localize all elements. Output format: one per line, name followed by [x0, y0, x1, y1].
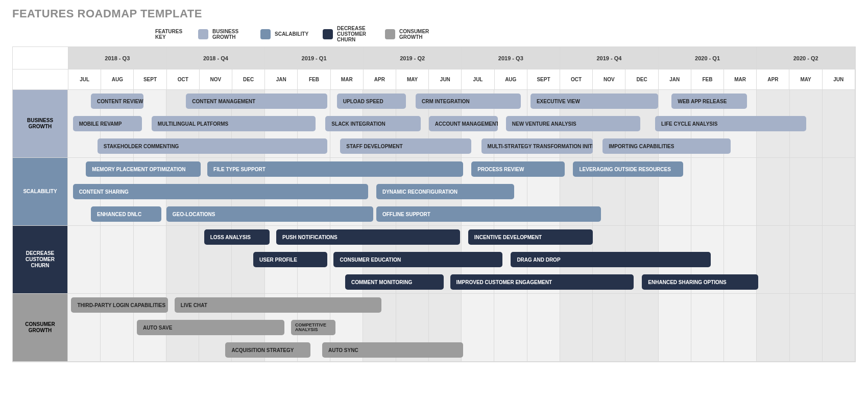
feature-bar: ACQUISITION STRATEGY [225, 342, 310, 358]
legend-item: DECREASE CUSTOMER CHURN [323, 26, 373, 42]
lane: MEMORY PLACEMENT OPTIMIZATIONFILE TYPE S… [68, 158, 855, 180]
month-header: NOV [593, 69, 625, 90]
month-header: MAY [396, 69, 429, 90]
month-header: SEPT [134, 69, 166, 90]
quarter-header: 2020 - Q1 [659, 47, 757, 69]
month-header: FEB [298, 69, 330, 90]
lane: LOSS ANALYSISPUSH NOTIFICATIONSINCENTIVE… [68, 226, 855, 248]
legend-item: BUSINESS GROWTH [198, 26, 248, 42]
feature-bar: COMMENT MONITORING [345, 274, 444, 290]
group-label: DECREASE CUSTOMER CHURN [13, 226, 68, 294]
feature-bar: OFFLINE SUPPORT [376, 206, 601, 222]
month-header: APR [364, 69, 396, 90]
legend-item-label: CONSUMER GROWTH [399, 29, 435, 40]
feature-bar: CRM INTEGRATION [416, 94, 521, 109]
feature-bar: INCENTIVE DEVELOPMENT [468, 229, 593, 245]
month-header: MAR [331, 69, 364, 90]
quarter-header: 2018 - Q4 [167, 47, 266, 69]
lane: AUTO SAVECOMPETITIVE ANALYSIS [68, 316, 855, 339]
feature-bar: CONSUMER EDUCATION [333, 252, 502, 267]
group-label: SCALABILITY [13, 158, 68, 226]
month-header: AUG [495, 69, 527, 90]
quarter-header: 2019 - Q2 [364, 47, 462, 69]
swimlane-group: BUSINESS GROWTHCONTENT REVIEWCONTENT MAN… [13, 90, 855, 158]
month-header: JUL [68, 69, 101, 90]
quarter-header: 2019 - Q4 [560, 47, 659, 69]
feature-bar: STAFF DEVELOPMENT [340, 138, 471, 154]
feature-bar: WEB APP RELEASE [671, 94, 747, 109]
feature-bar: FILE TYPE SUPPORT [207, 161, 463, 177]
quarter-header: 2020 - Q2 [757, 47, 855, 69]
legend: FEATURES KEY BUSINESS GROWTHSCALABILITYD… [155, 26, 856, 42]
feature-bar: NEW VENTURE ANALYSIS [506, 116, 640, 131]
feature-bar: LIVE CHAT [175, 297, 381, 313]
feature-bar: THIRD-PARTY LOGIN CAPABILITIES [71, 297, 168, 313]
feature-bar: ENHANCED DNLC [91, 206, 161, 222]
group-label: CONSUMER GROWTH [13, 294, 68, 362]
feature-bar: CONTENT REVIEW [91, 94, 143, 109]
legend-swatch [260, 29, 271, 39]
feature-bar: STAKEHOLDER COMMENTING [98, 138, 327, 154]
feature-bar: COMPETITIVE ANALYSIS [291, 320, 335, 335]
lane: CONTENT SHARINGDYNAMIC RECONFIGURATION [68, 180, 855, 203]
month-header: JAN [265, 69, 298, 90]
feature-bar: DYNAMIC RECONFIGURATION [376, 184, 514, 199]
lane: STAKEHOLDER COMMENTINGSTAFF DEVELOPMENTM… [68, 135, 855, 157]
month-header: JAN [659, 69, 691, 90]
swimlane-group: CONSUMER GROWTHTHIRD-PARTY LOGIN CAPABIL… [13, 294, 855, 362]
month-header: DEC [625, 69, 658, 90]
month-header: MAR [724, 69, 757, 90]
feature-bar: GEO-LOCATIONS [166, 206, 373, 222]
lane: COMMENT MONITORINGIMPROVED CUSTOMER ENGA… [68, 271, 855, 293]
feature-bar: CONTENT MANAGEMENT [186, 94, 327, 109]
legend-item-label: DECREASE CUSTOMER CHURN [337, 26, 373, 42]
legend-swatch [198, 29, 208, 39]
feature-bar: PUSH NOTIFICATIONS [276, 229, 460, 245]
lane: MOBILE REVAMPMULTILINGUAL PLATFORMSSLACK… [68, 112, 855, 135]
feature-bar: DRAG AND DROP [511, 252, 711, 267]
lane: CONTENT REVIEWCONTENT MANAGEMENTUPLOAD S… [68, 90, 855, 112]
feature-bar: UPLOAD SPEED [337, 94, 406, 109]
lane: ENHANCED DNLCGEO-LOCATIONSOFFLINE SUPPOR… [68, 203, 855, 225]
swimlane-group: DECREASE CUSTOMER CHURNLOSS ANALYSISPUSH… [13, 226, 855, 294]
feature-bar: PROCESS REVIEW [471, 161, 565, 177]
month-header: DEC [232, 69, 265, 90]
legend-item-label: BUSINESS GROWTH [212, 29, 248, 40]
feature-bar: EXECUTIVE VIEW [531, 94, 659, 109]
quarter-header: 2019 - Q1 [265, 47, 364, 69]
month-header: JUL [462, 69, 494, 90]
feature-bar: USER PROFILE [253, 252, 327, 267]
lane: ACQUISITION STRATEGYAUTO SYNC [68, 339, 855, 361]
feature-bar: MULTILINGUAL PLATFORMS [152, 116, 316, 131]
group-label: BUSINESS GROWTH [13, 90, 68, 158]
swimlane-group: SCALABILITYMEMORY PLACEMENT OPTIMIZATION… [13, 158, 855, 226]
quarter-header: 2018 - Q3 [68, 47, 167, 69]
legend-heading: FEATURES KEY [155, 29, 186, 40]
feature-bar: AUTO SYNC [322, 342, 463, 358]
page-title: FEATURES ROADMAP TEMPLATE [12, 7, 856, 20]
month-header: OCT [167, 69, 200, 90]
lane: THIRD-PARTY LOGIN CAPABILITIESLIVE CHAT [68, 294, 855, 316]
feature-bar: CONTENT SHARING [73, 184, 368, 199]
month-header: JUN [429, 69, 462, 90]
legend-swatch [385, 29, 395, 39]
feature-bar: MEMORY PLACEMENT OPTIMIZATION [86, 161, 201, 177]
feature-bar: LIFE CYCLE ANALYSIS [655, 116, 806, 131]
feature-bar: MOBILE REVAMP [73, 116, 142, 131]
feature-bar: ENHANCED SHARING OPTIONS [642, 274, 758, 290]
legend-item-label: SCALABILITY [275, 31, 310, 37]
month-header: JUN [823, 69, 855, 90]
roadmap-chart: 2018 - Q32018 - Q42019 - Q12019 - Q22019… [12, 46, 856, 362]
lane: USER PROFILECONSUMER EDUCATIONDRAG AND D… [68, 248, 855, 271]
legend-item: CONSUMER GROWTH [385, 26, 435, 42]
feature-bar: ACCOUNT MANAGEMENT [429, 116, 498, 131]
feature-bar: MULTI-STRATEGY TRANSFORMATION INITIATIVE… [481, 138, 593, 154]
month-header: SEPT [527, 69, 560, 90]
month-header: NOV [200, 69, 232, 90]
feature-bar: LOSS ANALYSIS [204, 229, 270, 245]
month-header: AUG [101, 69, 134, 90]
legend-swatch [323, 29, 333, 39]
month-header: OCT [560, 69, 593, 90]
feature-bar: LEVERAGING OUTSIDE RESOURCES [573, 161, 683, 177]
legend-item: SCALABILITY [260, 26, 310, 42]
